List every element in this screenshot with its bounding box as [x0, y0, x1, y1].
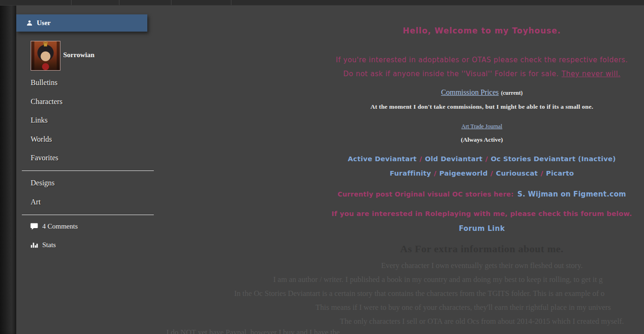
- sidebar-item-characters[interactable]: Characters: [31, 98, 62, 106]
- social-links-row-2: Furaffinity/Paigeeworld/Curiouscat/Picar…: [162, 170, 644, 177]
- sidebar-divider: [22, 170, 154, 171]
- link-separator: /: [491, 170, 493, 177]
- roleplay-note: If you are interested in Roleplaying wit…: [162, 210, 644, 217]
- curiouscat-link[interactable]: Curiouscat: [496, 170, 538, 177]
- about-line: The only characters I sell or OTA are ol…: [162, 317, 644, 326]
- sidebar-divider: [22, 215, 154, 215]
- paigeeworld-link[interactable]: Paigeeworld: [439, 170, 487, 177]
- sidebar-item-comments[interactable]: 4 Comments: [30, 223, 78, 230]
- forum-line: Forum Link: [162, 224, 644, 233]
- stories-prefix-text: Currently post Original visual OC storie…: [338, 190, 514, 198]
- sidebar-item-stats[interactable]: Stats: [30, 241, 56, 249]
- about-line: This means if I were to buy one of your …: [315, 303, 611, 312]
- user-header-label: User: [37, 19, 51, 27]
- link-separator: /: [541, 170, 544, 177]
- old-deviantart-link[interactable]: Old Deviantart: [425, 155, 482, 163]
- sidebar-item-designs[interactable]: Designs: [31, 179, 55, 187]
- figment-link[interactable]: S. Wijman on Figment.com: [518, 190, 626, 198]
- commission-line: Commission Prices(current): [162, 88, 644, 97]
- about-line: In the Oc Stories Deviantart is a certai…: [234, 289, 605, 298]
- stories-line: Currently post Original visual OC storie…: [162, 190, 644, 198]
- sidebar-item-favorites[interactable]: Favorites: [31, 154, 59, 162]
- adoptables-note: If you're interested in adoptables or OT…: [162, 56, 644, 64]
- commissions-status-text: At the moment I don't take commissions, …: [162, 103, 644, 111]
- about-line: I am an author / writer. I published a b…: [273, 275, 603, 284]
- stats-icon: [30, 241, 38, 249]
- sidebar-item-links[interactable]: Links: [31, 116, 47, 124]
- comment-icon: [30, 223, 38, 230]
- art-trade-journal-link[interactable]: Art Trade Journal: [461, 123, 502, 130]
- picarto-link[interactable]: Picarto: [546, 170, 574, 177]
- do-not-ask-text: Do not ask if anyone inside the ''Visual…: [343, 70, 559, 78]
- link-separator: /: [420, 155, 422, 163]
- nav-tab[interactable]: [72, 0, 119, 5]
- greeting-heading: Hello, Welcome to my Toyhouse.: [162, 26, 644, 35]
- furaffinity-link[interactable]: Furaffinity: [390, 170, 431, 177]
- commission-prices-link[interactable]: Commission Prices: [441, 88, 499, 96]
- active-deviantart-link[interactable]: Active Deviantart: [348, 155, 416, 163]
- sidebar-item-bulletins[interactable]: Bulletins: [31, 79, 58, 87]
- about-heading: As For extra information about me.: [162, 243, 644, 255]
- link-separator: /: [434, 170, 437, 177]
- about-line: Every character I own eventually gets th…: [162, 261, 644, 270]
- commission-note: (current): [501, 90, 522, 96]
- nav-tab[interactable]: [0, 0, 71, 5]
- username[interactable]: Sorrowian: [63, 51, 94, 59]
- about-line: I do NOT yet have Paypal, however I buy …: [166, 328, 340, 334]
- sidebar-item-worlds[interactable]: Worlds: [31, 135, 52, 144]
- profile-content: Hello, Welcome to my Toyhouse. If you're…: [162, 0, 644, 334]
- comments-label: 4 Comments: [42, 223, 78, 230]
- sidebar-item-art[interactable]: Art: [31, 198, 40, 206]
- user-icon: [26, 20, 33, 26]
- crown-icon: ♛: [42, 41, 48, 48]
- art-trade-line: Art Trade Journal: [162, 123, 644, 130]
- sidebar-user-header[interactable]: User: [16, 14, 147, 32]
- oc-stories-deviantart-link[interactable]: Oc Stories Deviantart (Inactive): [491, 155, 616, 163]
- social-links-row-1: Active Deviantart/Old Deviantart/Oc Stor…: [162, 155, 644, 163]
- page-left-backdrop: [0, 0, 16, 334]
- do-not-ask-note: Do not ask if anyone inside the ''Visual…: [162, 70, 644, 78]
- always-active-text: (Always Active): [162, 136, 644, 144]
- stats-label: Stats: [42, 241, 56, 249]
- avatar[interactable]: ♛: [31, 41, 60, 71]
- forum-link[interactable]: Forum Link: [459, 224, 505, 233]
- they-never-will-text: They never will.: [561, 70, 620, 78]
- link-separator: /: [486, 155, 488, 163]
